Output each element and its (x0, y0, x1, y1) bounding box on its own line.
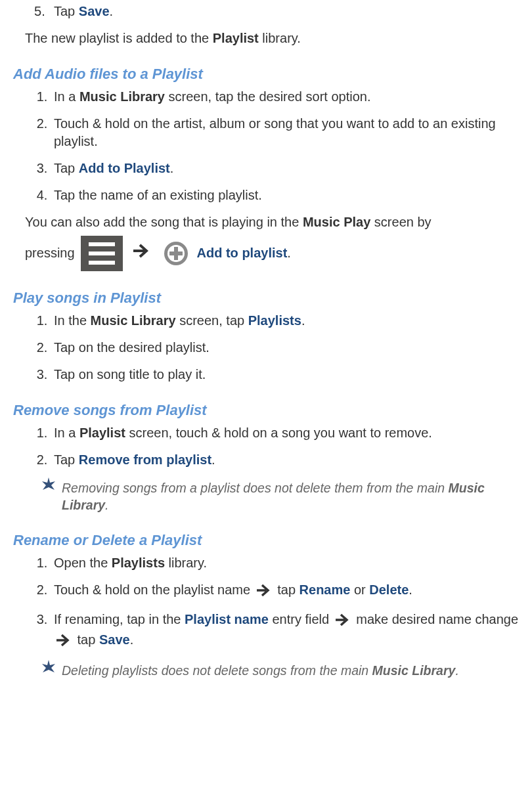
playlist-word: Playlist (79, 426, 125, 440)
text: Open the (54, 556, 112, 570)
arrow-icon (335, 613, 351, 631)
text: library. (165, 556, 207, 570)
text: . (105, 498, 108, 512)
rename-steps: Open the Playlists library. Touch & hold… (13, 554, 519, 651)
plus-circle-icon (163, 240, 189, 267)
text: library. (259, 31, 301, 45)
heading-add-audio: Add Audio files to a Playlist (13, 64, 519, 84)
text: In a (54, 89, 79, 104)
arrow-icon (129, 244, 159, 263)
add-to-playlist-link-inline: Add to playlist (197, 246, 288, 260)
text: If renaming, tap in the (54, 612, 185, 626)
text: . (130, 632, 134, 647)
music-library-word: Music Library (79, 89, 165, 104)
rename-note: Deleting playlists does not delete songs… (45, 662, 519, 679)
play-step-3: Tap on song title to play it. (51, 366, 519, 383)
arrow-icon (256, 584, 272, 601)
text: . (287, 246, 291, 260)
remove-step-2: Tap Remove from playlist. (51, 451, 519, 469)
play-steps: In the Music Library screen, tap Playlis… (13, 312, 519, 383)
text: . (211, 452, 215, 467)
rename-step-2: Touch & hold on the playlist name tap Re… (51, 581, 519, 601)
remove-steps: In a Playlist screen, touch & hold on a … (13, 424, 519, 469)
text: Removing songs from a playlist does not … (62, 481, 449, 495)
add-audio-icon-line: pressing Add to playlist. (25, 235, 519, 272)
heading-rename: Rename or Delete a Playlist (13, 531, 519, 550)
heading-play: Play songs in Playlist (13, 288, 519, 308)
playlists-word: Playlists (112, 556, 165, 570)
save-link: Save (99, 632, 130, 647)
add-audio-step-3: Tap Add to Playlist. (51, 160, 519, 177)
add-audio-step-2: Touch & hold on the artist, album or son… (51, 115, 519, 150)
add-audio-para: You can also add the song that is playin… (25, 213, 519, 231)
text: Touch & hold on the playlist name (54, 582, 254, 597)
remove-note: Removing songs from a playlist does not … (45, 479, 519, 514)
text: . (409, 582, 412, 597)
text: or (350, 582, 369, 597)
rename-step-1: Open the Playlists library. (51, 554, 519, 572)
prev-steps: Tap Save. (13, 3, 519, 20)
svg-rect-3 (169, 251, 183, 255)
playlist-name-link: Playlist name (185, 612, 269, 626)
text: . (110, 4, 114, 18)
text: In a (54, 426, 79, 440)
text: Tap (54, 161, 79, 175)
play-step-2: Tap on the desired playlist. (51, 339, 519, 357)
text: Deleting playlists does not delete songs… (62, 663, 372, 678)
svg-marker-4 (42, 477, 55, 490)
rename-link: Rename (299, 582, 351, 597)
text: Tap (54, 452, 79, 467)
text: In the (54, 313, 91, 328)
rename-step-3: If renaming, tap in the Playlist name en… (51, 611, 519, 651)
text: screen by (370, 215, 431, 229)
remove-step-1: In a Playlist screen, touch & hold on a … (51, 424, 519, 442)
add-audio-step-4: Tap the name of an existing playlist. (51, 186, 519, 204)
prev-after-para: The new playlist is added to the Playlis… (25, 30, 519, 47)
add-audio-steps: In a Music Library screen, tap the desir… (13, 88, 519, 204)
heading-remove: Remove songs from Playlist (13, 401, 519, 420)
text: . (170, 161, 174, 175)
text: screen, tap the desired sort option. (165, 89, 371, 104)
svg-marker-5 (42, 660, 55, 672)
delete-link: Delete (369, 582, 409, 597)
text: You can also add the song that is playin… (25, 215, 303, 229)
music-play-word: Music Play (303, 215, 370, 229)
prev-step-5: Tap Save. (51, 3, 519, 20)
text: Tap (54, 4, 79, 18)
remove-from-playlist-link: Remove from playlist (79, 452, 211, 467)
text: tap (74, 632, 99, 647)
text: . (455, 663, 458, 678)
text: pressing (25, 246, 78, 260)
text: entry field (269, 612, 333, 626)
menu-icon (81, 236, 123, 271)
text: screen, touch & hold on a song you want … (125, 426, 432, 440)
text: The new playlist is added to the (25, 31, 213, 45)
add-audio-step-1: In a Music Library screen, tap the desir… (51, 88, 519, 106)
text: make desired name change (353, 612, 518, 626)
save-link: Save (79, 4, 110, 18)
music-library-word: Music Library (372, 663, 456, 678)
music-library-word: Music Library (91, 313, 176, 328)
text: screen, tap (176, 313, 248, 328)
playlists-link: Playlists (248, 313, 301, 328)
star-icon (41, 477, 56, 492)
arrow-icon (56, 634, 72, 651)
add-to-playlist-link: Add to Playlist (79, 161, 170, 175)
play-step-1: In the Music Library screen, tap Playlis… (51, 312, 519, 330)
text: tap (274, 582, 299, 597)
star-icon (41, 659, 56, 675)
text: . (301, 313, 305, 328)
playlist-word: Playlist (213, 31, 259, 45)
